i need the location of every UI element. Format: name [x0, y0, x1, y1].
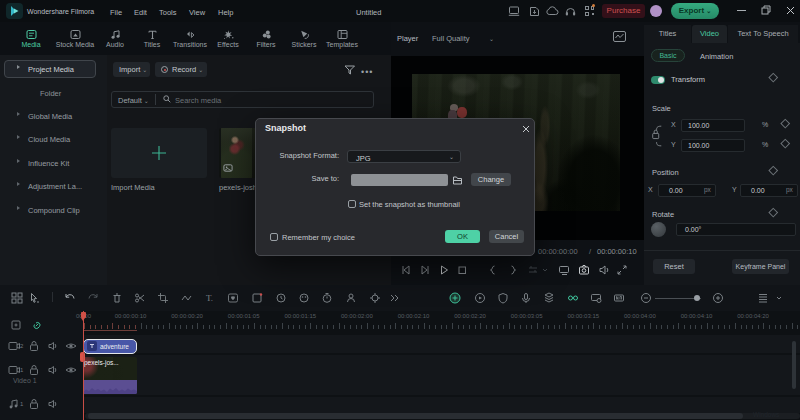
svg-text:T.: T. [206, 293, 213, 303]
